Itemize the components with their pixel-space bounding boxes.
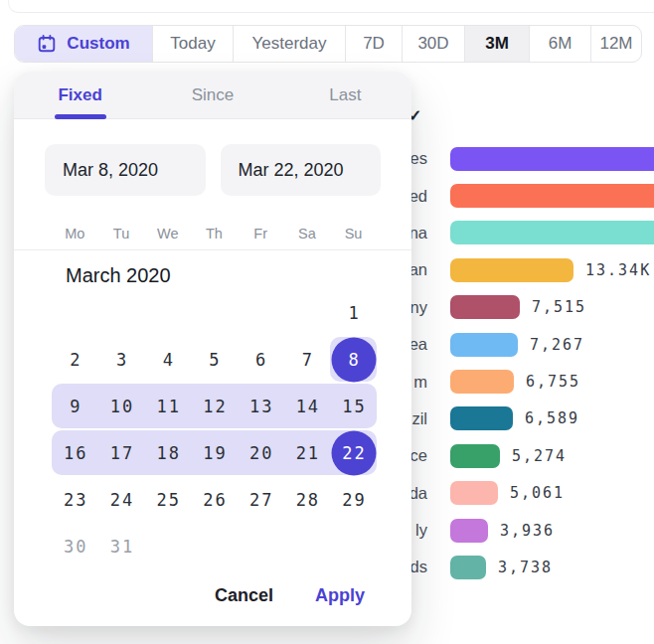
country-bar[interactable] <box>450 295 520 319</box>
day-empty <box>284 523 331 569</box>
day-number: 10 <box>108 397 134 416</box>
day-number: 11 <box>155 397 181 416</box>
day-19[interactable]: 19 <box>191 429 238 476</box>
day-13[interactable]: 13 <box>238 383 284 429</box>
day-number: 15 <box>340 397 366 416</box>
country-bar[interactable] <box>450 556 486 579</box>
day-number: 8 <box>346 350 360 370</box>
preset-3m[interactable]: 3M <box>464 26 529 62</box>
preset-30d[interactable]: 30D <box>402 26 464 62</box>
day-number: 2 <box>68 350 82 370</box>
weekday-header: MoTuWeThFrSaSu <box>14 222 411 250</box>
day-1[interactable]: 1 <box>330 289 377 336</box>
day-12[interactable]: 12 <box>191 383 238 429</box>
country-value: 7,515 <box>532 298 586 316</box>
day-21[interactable]: 21 <box>284 429 331 476</box>
day-22[interactable]: 22 <box>330 429 377 476</box>
day-number: 14 <box>294 397 320 416</box>
active-tab-underline <box>55 114 106 119</box>
day-number: 21 <box>294 443 320 463</box>
day-14[interactable]: 14 <box>284 383 331 429</box>
day-empty <box>52 289 98 336</box>
end-date-input[interactable]: Mar 22, 2020 <box>221 144 382 196</box>
day-empty <box>98 289 145 336</box>
day-28[interactable]: 28 <box>284 476 331 523</box>
weekday-su: Su <box>330 222 377 249</box>
tab-fixed[interactable]: Fixed <box>14 72 146 118</box>
day-number: 18 <box>155 443 181 463</box>
day-number: 3 <box>114 350 128 370</box>
day-8[interactable]: 8 <box>330 336 377 383</box>
preset-today[interactable]: Today <box>152 26 233 62</box>
day-number: 23 <box>62 490 87 510</box>
day-number: 9 <box>68 397 82 416</box>
country-bar[interactable] <box>450 184 654 208</box>
cancel-button[interactable]: Cancel <box>215 585 273 606</box>
weekday-tu: Tu <box>98 222 145 249</box>
day-15[interactable]: 15 <box>330 383 377 429</box>
country-bar[interactable] <box>450 406 513 430</box>
day-5[interactable]: 5 <box>191 336 238 383</box>
country-value: 3,738 <box>498 559 553 576</box>
day-empty <box>238 289 284 336</box>
country-bar[interactable] <box>450 258 573 282</box>
month-title: March 2020 <box>66 264 171 287</box>
day-empty <box>191 289 238 336</box>
country-bar[interactable] <box>450 333 518 357</box>
day-6[interactable]: 6 <box>238 336 284 383</box>
calendar-icon <box>37 34 57 54</box>
day-number: 26 <box>201 490 227 510</box>
day-empty <box>238 523 284 569</box>
country-bar[interactable] <box>450 481 498 505</box>
country-bar[interactable] <box>450 444 500 468</box>
start-date-input[interactable]: Mar 8, 2020 <box>45 144 206 196</box>
day-26[interactable]: 26 <box>191 476 238 523</box>
preset-7d[interactable]: 7D <box>345 26 402 62</box>
day-16[interactable]: 16 <box>52 429 98 476</box>
day-2[interactable]: 2 <box>52 336 98 383</box>
day-number: 29 <box>340 490 366 510</box>
tab-last[interactable]: Last <box>279 72 411 118</box>
country-bar[interactable] <box>450 147 654 171</box>
country-bar[interactable] <box>450 370 514 394</box>
day-number: 27 <box>247 490 273 510</box>
day-number: 19 <box>201 443 227 463</box>
country-value: 6,755 <box>526 373 580 391</box>
day-11[interactable]: 11 <box>144 383 191 429</box>
day-25[interactable]: 25 <box>144 476 191 523</box>
day-27[interactable]: 27 <box>238 476 284 523</box>
day-17[interactable]: 17 <box>98 429 145 476</box>
tab-since[interactable]: Since <box>146 72 278 118</box>
custom-range-button[interactable]: Custom <box>15 26 152 62</box>
preset-6m[interactable]: 6M <box>529 26 590 62</box>
date-picker-popup: FixedSinceLast Mar 8, 2020 Mar 22, 2020 … <box>14 72 411 626</box>
country-value: 3,936 <box>500 522 555 540</box>
day-24[interactable]: 24 <box>98 476 145 523</box>
day-10[interactable]: 10 <box>98 383 145 429</box>
country-bar[interactable] <box>450 519 488 543</box>
preset-yesterday[interactable]: Yesterday <box>233 26 345 62</box>
day-31: 31 <box>98 523 145 569</box>
day-9[interactable]: 9 <box>52 383 98 429</box>
day-7[interactable]: 7 <box>284 336 331 383</box>
calendar: 1234567891011121314151617181920212223242… <box>52 289 377 569</box>
weekday-we: We <box>144 222 191 249</box>
day-number: 25 <box>155 490 181 510</box>
country-value: 5,274 <box>512 447 567 465</box>
day-number: 31 <box>108 537 134 557</box>
custom-range-label: Custom <box>67 34 129 54</box>
day-3[interactable]: 3 <box>98 336 145 383</box>
day-number: 1 <box>346 303 360 323</box>
day-number: 17 <box>108 443 134 463</box>
preset-12m[interactable]: 12M <box>590 26 641 62</box>
day-18[interactable]: 18 <box>144 429 191 476</box>
apply-button[interactable]: Apply <box>315 585 365 606</box>
day-20[interactable]: 20 <box>238 429 284 476</box>
day-30: 30 <box>52 523 98 569</box>
day-23[interactable]: 23 <box>52 476 98 523</box>
day-number: 6 <box>253 350 267 370</box>
day-number: 28 <box>294 490 320 510</box>
day-4[interactable]: 4 <box>144 336 191 383</box>
day-29[interactable]: 29 <box>330 476 377 523</box>
country-bar[interactable] <box>450 221 654 244</box>
